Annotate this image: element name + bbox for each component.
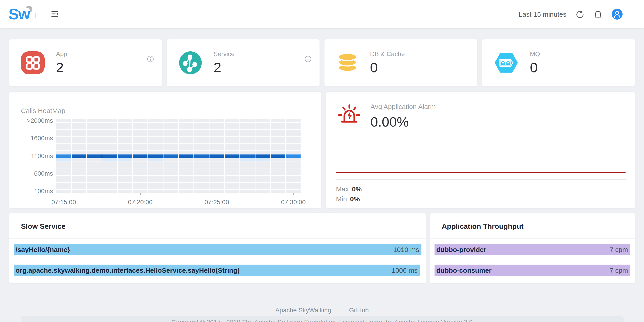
user-avatar[interactable] [612, 9, 622, 19]
heatmap-x-label: 07:30:00 [268, 199, 318, 206]
heatmap-cell [102, 186, 117, 189]
stat-card-service[interactable]: Service 2 [167, 39, 320, 86]
heatmap-cell [179, 119, 194, 122]
divider [430, 238, 635, 239]
heatmap-cell [72, 176, 86, 179]
heatmap-cell [133, 155, 148, 158]
heatmap-cell [194, 176, 209, 179]
stat-card-app[interactable]: App 2 [9, 39, 162, 86]
heatmap-cell [240, 151, 255, 154]
slow-service-bar[interactable]: /sayHello/{name} 1010 ms [14, 244, 422, 255]
heatmap-cell [210, 147, 224, 151]
info-icon[interactable] [147, 56, 154, 62]
heatmap-cell [256, 151, 270, 154]
heatmap-cell [256, 176, 270, 179]
heatmap-cell [164, 137, 178, 140]
heatmap-cell [133, 119, 148, 122]
heatmap-cell [102, 119, 117, 122]
heatmap-cell [102, 155, 117, 158]
heatmap-cell [87, 126, 102, 129]
heatmap-cell [133, 183, 148, 186]
heatmap-cell [148, 172, 163, 175]
heatmap-cell [148, 119, 163, 122]
heatmap-cell [102, 190, 117, 193]
heatmap-cell [102, 161, 117, 164]
heatmap-cell [72, 151, 86, 154]
heatmap-cell [87, 186, 102, 189]
heatmap-cell [270, 133, 285, 137]
heatmap-cell [225, 179, 240, 182]
heatmap-y-label: 1600ms [9, 135, 53, 142]
heatmap-cell [225, 168, 240, 171]
heatmap-cell [56, 168, 71, 171]
heatmap-cell [102, 183, 117, 186]
stat-card-db-cache[interactable]: DB & Cache 0 [324, 39, 477, 86]
heatmap-cell [148, 133, 163, 137]
divider [9, 238, 426, 239]
heatmap-cell [87, 123, 102, 126]
footer-link-github[interactable]: GitHub [349, 307, 369, 314]
heatmap-cell [179, 165, 194, 168]
skywalking-logo[interactable]: Sw [8, 3, 44, 24]
throughput-bar[interactable]: dubbo-consumer 7 cpm [434, 265, 630, 276]
heatmap-cell [72, 183, 86, 186]
heatmap-cell [256, 119, 270, 122]
heatmap-cell [286, 151, 300, 154]
menu-unfold-icon[interactable] [51, 10, 59, 18]
heatmap-cell [270, 190, 285, 193]
heatmap-cell [133, 179, 148, 182]
heatmap-cell [194, 168, 209, 171]
slow-service-panel: Slow Service /sayHello/{name} 1010 ms or… [9, 213, 426, 283]
heatmap-y-label: 600ms [9, 170, 53, 177]
heatmap-cell [286, 130, 300, 133]
heatmap-cell [118, 186, 132, 189]
heatmap-cell [270, 126, 285, 129]
time-range-selector[interactable]: Last 15 minutes [519, 10, 566, 18]
heatmap-cell [56, 126, 71, 129]
heatmap-cell [286, 190, 300, 193]
heatmap-cell [256, 168, 270, 171]
application-throughput-title: Application Throughput [442, 222, 524, 231]
heatmap-cell [164, 130, 178, 133]
slow-service-bar[interactable]: org.apache.skywalking.demo.interfaces.He… [14, 265, 420, 276]
heatmap-cell [87, 119, 102, 122]
heatmap-cell [225, 130, 240, 133]
stat-label: Service [214, 50, 234, 58]
heatmap-y-label: 1100ms [9, 153, 53, 160]
heatmap-grid[interactable] [56, 119, 300, 193]
heatmap-cell [210, 155, 224, 158]
refresh-icon[interactable] [576, 10, 584, 19]
heatmap-cell [225, 119, 240, 122]
heatmap-cell [148, 147, 163, 151]
heatmap-cell [56, 161, 71, 164]
stat-card-mq[interactable]: MQ 0 [482, 39, 635, 86]
heatmap-cell [118, 130, 132, 133]
alarm-title: Avg Application Alarm [370, 103, 436, 111]
heatmap-cell [72, 190, 86, 193]
heatmap-cell [286, 137, 300, 140]
heatmap-cell [240, 133, 255, 137]
application-throughput-panel: Application Throughput dubbo-provider 7 … [430, 213, 635, 283]
footer-link-apache-skywalking[interactable]: Apache SkyWalking [275, 307, 331, 314]
heatmap-cell [286, 161, 300, 164]
info-icon[interactable] [305, 56, 312, 62]
heatmap-cell [164, 190, 178, 193]
heatmap-cell [286, 147, 300, 151]
heatmap-cell [72, 155, 86, 158]
heatmap-cell [164, 147, 178, 151]
heatmap-cell [148, 123, 163, 126]
heatmap-cell [286, 123, 300, 126]
heatmap-cell [102, 151, 117, 154]
heatmap-cell [102, 133, 117, 137]
heatmap-cell [179, 172, 194, 175]
heatmap-cell [56, 144, 71, 147]
heatmap-cell [286, 119, 300, 122]
heatmap-cell [256, 172, 270, 175]
heatmap-cell [102, 123, 117, 126]
heatmap-cell [56, 140, 71, 144]
heatmap-cell [72, 147, 86, 151]
throughput-bar[interactable]: dubbo-provider 7 cpm [434, 244, 630, 255]
notification-bell-icon[interactable] [594, 10, 602, 19]
bar-label: /sayHello/{name} [14, 246, 70, 254]
heatmap-cell [179, 137, 194, 140]
